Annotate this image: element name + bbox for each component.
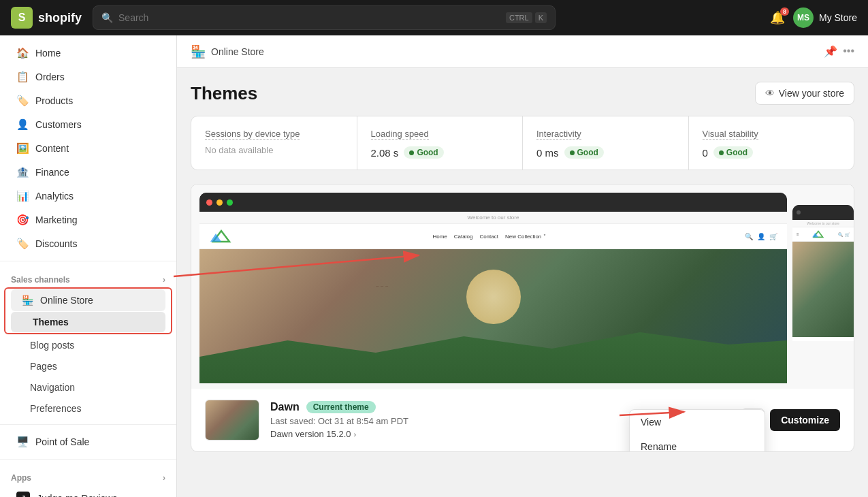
sec-menu: ≡	[797, 232, 799, 236]
stat-sessions-label[interactable]: Sessions by device type	[205, 129, 300, 140]
pin-button[interactable]: 📌	[824, 45, 837, 58]
search-input[interactable]	[118, 12, 500, 23]
theme-preview-area: Welcome to our store	[191, 184, 854, 452]
context-menu-item-view[interactable]: View	[630, 410, 765, 434]
sidebar-item-preferences[interactable]: Preferences	[5, 398, 171, 419]
sidebar-item-marketing-label: Marketing	[35, 214, 77, 225]
sidebar-item-navigation[interactable]: Navigation	[5, 377, 171, 398]
sidebar-item-themes[interactable]: Themes	[11, 312, 165, 332]
sidebar-item-products[interactable]: 🏷️ Products	[5, 89, 171, 112]
cart-icon-site: 🛒	[769, 233, 777, 240]
stat-interactivity-label[interactable]: Interactivity	[536, 129, 581, 140]
notification-button[interactable]: 🔔 8	[770, 10, 785, 25]
theme-thumbnail-image	[206, 400, 259, 440]
sidebar-item-marketing[interactable]: 🎯 Marketing	[5, 208, 171, 231]
sidebar-item-discounts-label: Discounts	[35, 238, 77, 249]
sidebar-item-online-store[interactable]: 🏪 Online Store	[11, 289, 165, 311]
topbar: S shopify 🔍 CTRL K 🔔 8 MS My Store	[0, 0, 868, 35]
theme-version-text: Dawn version 15.2.0	[270, 429, 351, 439]
site-nav-icons: 🔍 👤 🛒	[745, 233, 777, 240]
hero-birds: ~ ~ ~	[376, 283, 388, 289]
context-menu-item-rename[interactable]: Rename	[630, 434, 765, 452]
orders-icon: 📋	[16, 71, 29, 83]
apps-title: Apps	[11, 473, 31, 483]
sidebar-divider	[0, 261, 176, 261]
sidebar-item-judgeme[interactable]: J Judge.me Reviews	[5, 486, 171, 497]
interactivity-badge: Good	[564, 146, 604, 159]
stats-row: Sessions by device type No data availabl…	[191, 116, 854, 170]
stat-visual-label[interactable]: Visual stability	[703, 129, 758, 140]
online-store-highlight: 🏪 Online Store Themes	[4, 287, 172, 334]
kbd-ctrl: CTRL	[506, 12, 532, 23]
sidebar-item-content[interactable]: 🖼️ Content	[5, 137, 171, 160]
sec-icons: 🔍 🛒	[838, 232, 850, 237]
sidebar-item-analytics[interactable]: 📊 Analytics	[5, 185, 171, 208]
sidebar-item-discounts[interactable]: 🏷️ Discounts	[5, 232, 171, 255]
store-menu-button[interactable]: MS My Store	[793, 7, 857, 28]
hero-hills	[199, 324, 787, 383]
sidebar-item-point-of-sale[interactable]: 🖥️ Point of Sale	[5, 430, 171, 453]
sidebar-item-customers[interactable]: 👤 Customers	[5, 113, 171, 136]
preview-browser: Welcome to our store	[199, 193, 787, 383]
site-welcome: Welcome to our store	[199, 212, 787, 224]
search-bar[interactable]: 🔍 CTRL K	[93, 5, 556, 30]
finance-icon: 🏦	[16, 166, 29, 178]
nav-link-home: Home	[432, 234, 447, 240]
search-icon: 🔍	[101, 12, 113, 23]
themes-title: Themes	[191, 83, 257, 104]
site-nav-links: Home Catalog Contact New Collection ˅	[432, 234, 545, 240]
store-avatar: MS	[793, 7, 814, 28]
sidebar-item-pages[interactable]: Pages	[5, 356, 171, 376]
kbd-k: K	[535, 12, 547, 23]
theme-thumbnail	[205, 400, 259, 440]
browser-dot-red	[206, 199, 212, 206]
visual-badge: Good	[713, 146, 753, 159]
view-store-label: View your store	[779, 88, 844, 99]
notification-badge: 8	[780, 7, 789, 16]
browser-dot-yellow	[216, 199, 223, 206]
sidebar-item-analytics-label: Analytics	[35, 191, 74, 202]
pos-icon: 🖥️	[16, 436, 29, 448]
page-header-title: Online Store	[211, 46, 264, 57]
site-nav: Home Catalog Contact New Collection ˅ 🔍 …	[199, 224, 787, 249]
stat-card-interactivity: Interactivity 0 ms Good	[523, 116, 689, 170]
sidebar: 🏠 Home 📋 Orders 🏷️ Products 👤 Customers …	[0, 35, 177, 497]
nav-link-catalog: Catalog	[454, 234, 473, 240]
analytics-icon: 📊	[16, 190, 29, 202]
apps-section: Apps ›	[0, 465, 176, 485]
sidebar-item-orders-label: Orders	[35, 71, 65, 82]
sidebar-item-home-label: Home	[35, 48, 61, 59]
stat-card-visual: Visual stability 0 Good	[689, 116, 854, 170]
sidebar-item-finance[interactable]: 🏦 Finance	[5, 161, 171, 184]
context-menu: View Rename Duplicate Download theme fil…	[629, 409, 765, 452]
sidebar-item-home[interactable]: 🏠 Home	[5, 42, 171, 65]
sidebar-item-orders[interactable]: 📋 Orders	[5, 65, 171, 89]
sec-welcome: Welcome to our store	[792, 220, 854, 227]
stat-visual-value: 0 Good	[703, 146, 841, 159]
browser-dot-green	[227, 199, 233, 206]
page-header-icon: 🏪	[191, 44, 206, 59]
loading-speed-value: 2.08 s	[371, 147, 399, 159]
visual-badge-text: Good	[726, 148, 748, 157]
shopify-logo-text: shopify	[38, 11, 82, 25]
browser-bar	[199, 193, 787, 212]
sidebar-item-blog-posts[interactable]: Blog posts	[5, 335, 171, 355]
expand-icon[interactable]: ›	[163, 275, 165, 285]
preview-main: Welcome to our store	[191, 185, 787, 389]
sales-channels-section: Sales channels ›	[0, 267, 176, 287]
pages-label: Pages	[30, 361, 57, 372]
account-icon-site: 👤	[757, 233, 765, 240]
eye-icon: 👁	[765, 88, 775, 99]
online-store-icon: 🏪	[22, 295, 33, 306]
shopify-logo[interactable]: S shopify	[11, 7, 82, 29]
header-more-button[interactable]: •••	[843, 45, 854, 58]
theme-customize-button[interactable]: Customize	[770, 409, 840, 431]
view-store-button[interactable]: 👁 View your store	[755, 82, 854, 105]
chevron-down-icon: ›	[354, 430, 357, 438]
stat-card-sessions: Sessions by device type No data availabl…	[191, 116, 357, 170]
stat-loading-label[interactable]: Loading speed	[371, 129, 429, 140]
page-header-actions: 📌 •••	[824, 45, 854, 58]
apps-expand-icon[interactable]: ›	[163, 473, 165, 483]
site-logo	[209, 228, 234, 244]
judgeme-icon: J	[16, 492, 30, 497]
